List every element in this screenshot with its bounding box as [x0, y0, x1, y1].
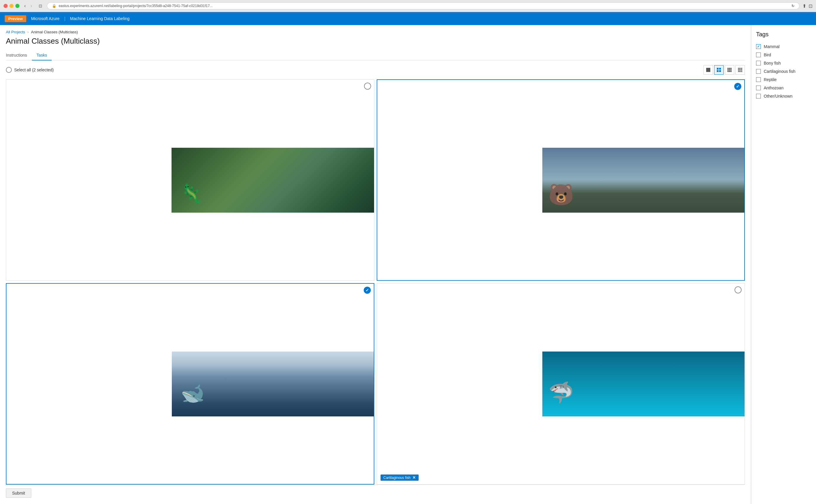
tag-bird[interactable]: Bird [756, 51, 811, 59]
tag-reptile-checkbox[interactable] [756, 77, 761, 82]
4x4-grid-icon [738, 68, 742, 72]
tag-bony-fish-label: Bony fish [764, 61, 781, 65]
card-tag-cartilaginous-fish: Cartilaginous fish ✕ [381, 475, 419, 481]
content-area: All Projects › Animal Classes (Multiclas… [0, 25, 751, 504]
breadcrumb: All Projects › Animal Classes (Multiclas… [6, 30, 745, 34]
browser-actions: ⬆ ⊡ [802, 3, 812, 9]
tag-bird-label: Bird [764, 52, 771, 57]
single-grid-icon [706, 68, 710, 72]
forward-button[interactable]: › [29, 3, 34, 9]
close-button[interactable] [4, 4, 8, 8]
sidebar: Tags Mammal Bird Bony fish Cartilaginous… [751, 25, 816, 504]
sidebar-title: Tags [756, 31, 811, 38]
lock-icon: 🔒 [52, 4, 56, 8]
tag-bony-fish-checkbox[interactable] [756, 61, 761, 65]
breadcrumb-separator: › [27, 30, 29, 34]
bear-image [542, 148, 744, 213]
view-3x3-button[interactable] [725, 65, 734, 75]
view-single-button[interactable] [704, 65, 713, 75]
breadcrumb-all-projects[interactable]: All Projects [6, 30, 25, 34]
tabs: Instructions Tasks [6, 50, 745, 60]
tab-tasks[interactable]: Tasks [32, 50, 52, 60]
selection-indicator-1[interactable] [364, 83, 371, 90]
tag-mammal-label: Mammal [764, 44, 780, 49]
share-button[interactable]: ⬆ [802, 3, 806, 9]
iguana-image [171, 148, 374, 213]
view-modes [704, 65, 745, 75]
tag-anthozoan[interactable]: Anthozoan [756, 84, 811, 92]
reader-mode-button[interactable]: ⊡ [37, 3, 44, 9]
tag-cartilaginous-fish[interactable]: Cartilaginous fish [756, 67, 811, 75]
selection-indicator-2[interactable] [734, 83, 741, 90]
header-divider: | [64, 16, 65, 21]
traffic-lights [4, 4, 19, 8]
view-2x2-button[interactable] [714, 65, 724, 75]
bookmark-button[interactable]: ⊡ [809, 3, 812, 9]
nav-buttons: ‹ › [22, 3, 34, 9]
tag-other-unknown-label: Other/Unknown [764, 94, 792, 98]
tag-reptile[interactable]: Reptile [756, 75, 811, 84]
tag-cartilaginous-fish-checkbox[interactable] [756, 69, 761, 74]
tag-other-unknown-checkbox[interactable] [756, 94, 761, 98]
card-tag-label: Cartilaginous fish [384, 476, 411, 480]
preview-badge: Preview [5, 15, 26, 22]
select-all-label: Select all (2 selected) [14, 68, 54, 72]
submit-area: Submit [6, 485, 745, 500]
address-bar[interactable]: 🔒 eastus.experiments.azureml.net/labelin… [47, 2, 799, 9]
app-subtitle: Machine Learning Data Labeling [70, 16, 129, 21]
image-card-4[interactable]: Cartilaginous fish ✕ [377, 283, 745, 485]
browser-chrome: ‹ › ⊡ 🔒 eastus.experiments.azureml.net/l… [0, 0, 816, 12]
minimize-button[interactable] [9, 4, 14, 8]
tag-mammal-checkbox[interactable] [756, 44, 761, 49]
image-card-2[interactable] [377, 79, 745, 281]
refresh-icon[interactable]: ↻ [792, 4, 794, 8]
tag-other-unknown[interactable]: Other/Unknown [756, 92, 811, 100]
tag-reptile-label: Reptile [764, 77, 777, 82]
shark-image [542, 352, 745, 416]
image-card-1[interactable] [6, 79, 374, 281]
tag-cartilaginous-fish-label: Cartilaginous fish [764, 69, 795, 74]
select-all-circle [6, 67, 12, 73]
tag-anthozoan-checkbox[interactable] [756, 86, 761, 90]
submit-button[interactable]: Submit [6, 488, 31, 498]
image-card-3[interactable] [6, 283, 374, 485]
page-title: Animal Classes (Multiclass) [6, 37, 745, 46]
tag-mammal[interactable]: Mammal [756, 42, 811, 51]
card-tag-remove[interactable]: ✕ [412, 475, 416, 480]
2x2-grid-icon [717, 68, 721, 72]
app-name: Microsoft Azure [31, 16, 59, 21]
selection-indicator-4[interactable] [735, 286, 742, 293]
toolbar-row: Select all (2 selected) [6, 65, 745, 75]
breadcrumb-current: Animal Classes (Multiclass) [31, 30, 78, 34]
selection-indicator-3[interactable] [364, 287, 371, 294]
orca-image [172, 352, 374, 416]
3x3-grid-icon [728, 68, 732, 72]
maximize-button[interactable] [15, 4, 19, 8]
view-4x4-button[interactable] [735, 65, 745, 75]
back-button[interactable]: ‹ [22, 3, 27, 9]
url-text: eastus.experiments.azureml.net/labeling-… [59, 4, 213, 8]
image-grid: Cartilaginous fish ✕ [6, 79, 745, 485]
tag-bird-checkbox[interactable] [756, 52, 761, 57]
tag-bony-fish[interactable]: Bony fish [756, 59, 811, 67]
app-header: Preview Microsoft Azure | Machine Learni… [0, 12, 816, 25]
select-all-area[interactable]: Select all (2 selected) [6, 67, 54, 73]
main-layout: All Projects › Animal Classes (Multiclas… [0, 25, 816, 504]
tag-anthozoan-label: Anthozoan [764, 86, 784, 90]
tab-instructions[interactable]: Instructions [6, 50, 32, 60]
